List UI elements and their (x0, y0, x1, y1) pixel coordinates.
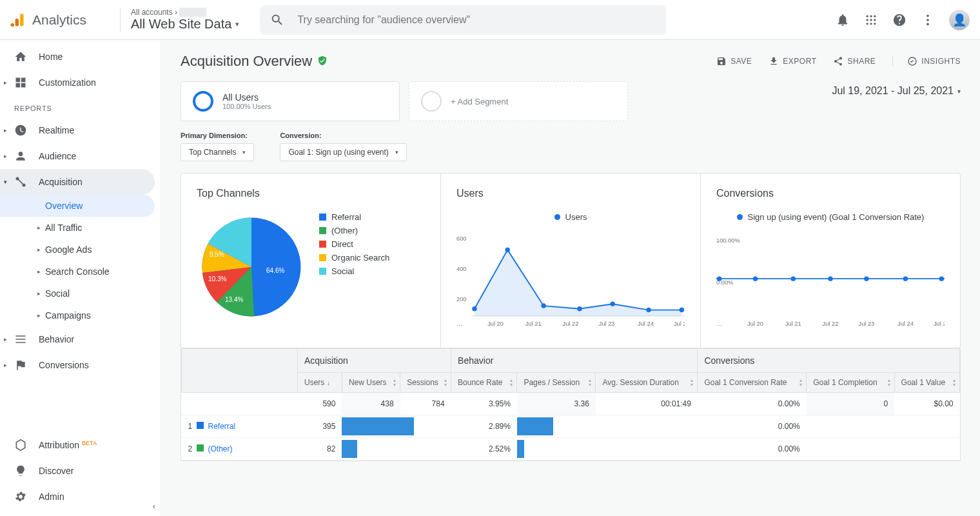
export-button[interactable]: EXPORT (769, 56, 816, 66)
col-bounce[interactable]: Bounce Rate▴▾ (451, 373, 517, 393)
breadcrumb[interactable]: All accounts › x (131, 8, 239, 17)
col-pages[interactable]: Pages / Session▴▾ (517, 373, 596, 393)
search-bar[interactable] (260, 5, 666, 35)
nav-attribution[interactable]: AttributionBETA (0, 432, 161, 458)
primary-dimension-dropdown[interactable]: Top Channels (181, 143, 254, 161)
share-button[interactable]: SHARE (833, 56, 876, 66)
svg-point-29 (680, 308, 684, 312)
view-selector[interactable]: All Web Site Data▾ (131, 17, 239, 32)
chart-top-channels: Top Channels 64.6% 13.4% 10.3% (181, 174, 441, 348)
svg-point-10 (870, 23, 872, 25)
svg-point-9 (867, 23, 868, 25)
svg-text:100.00%: 100.00% (716, 237, 740, 244)
col-dur[interactable]: Avg. Session Duration▴▾ (596, 373, 698, 393)
col-g1v[interactable]: Goal 1 Value▴▾ (894, 373, 959, 393)
svg-point-45 (903, 276, 908, 281)
svg-point-14 (926, 23, 929, 25)
svg-point-40 (717, 276, 721, 281)
conversion-dropdown[interactable]: Goal 1: Sign up (using event) (280, 143, 406, 161)
verified-shield-icon (317, 55, 328, 68)
table-row[interactable]: 1 Referral 395 2.89% 0.00% (182, 415, 960, 438)
svg-point-11 (874, 23, 876, 25)
svg-text:Jul 23: Jul 23 (858, 321, 874, 327)
plus-circle-icon (421, 91, 442, 112)
nav-conversions[interactable]: Conversions (0, 352, 161, 378)
apps-icon[interactable] (864, 13, 878, 27)
svg-text:Jul 22: Jul 22 (823, 321, 839, 327)
svg-point-46 (939, 276, 944, 281)
svg-point-27 (610, 302, 614, 306)
pie-label-other: 13.4% (225, 296, 243, 303)
pie-label-referral: 64.6% (266, 267, 284, 274)
nav-acq-google-ads[interactable]: Google Ads (0, 239, 161, 261)
svg-point-23 (472, 306, 476, 311)
svg-point-4 (870, 15, 872, 17)
search-icon (270, 13, 284, 27)
svg-point-8 (874, 19, 876, 21)
nav-audience[interactable]: Audience (0, 143, 161, 169)
nav-discover[interactable]: Discover (0, 458, 161, 484)
table-totals-row: 590 438 784 3.95% 3.36 00:01:49 0.00% 0 … (182, 393, 960, 415)
nav-customization[interactable]: Customization (0, 70, 161, 95)
svg-point-6 (867, 19, 868, 21)
help-icon[interactable] (892, 13, 906, 27)
nav-acq-overview[interactable]: Overview (0, 195, 155, 217)
pie-label-direct: 10.3% (208, 275, 226, 283)
svg-point-2 (11, 23, 14, 26)
channels-table: Acquisition Behavior Conversions Users↓ … (181, 348, 961, 461)
svg-text:Jul 21: Jul 21 (525, 321, 542, 327)
more-icon[interactable] (921, 13, 935, 27)
insights-button[interactable]: INSIGHTS (892, 56, 961, 66)
svg-text:400: 400 (456, 266, 467, 272)
page-title: Acquisition Overview (181, 53, 312, 70)
svg-point-5 (874, 15, 876, 17)
pie-legend: Referral(Other)DirectOrganic SearchSocia… (319, 212, 389, 280)
search-input[interactable] (297, 14, 656, 26)
svg-point-7 (870, 19, 872, 21)
svg-point-28 (646, 308, 651, 312)
col-g1c[interactable]: Goal 1 Completion▴▾ (807, 373, 894, 393)
nav-acq-social[interactable]: Social (0, 283, 161, 304)
pie-label-organic: 9.5% (210, 251, 224, 258)
notifications-icon[interactable] (836, 13, 850, 27)
svg-point-25 (541, 303, 545, 308)
conversion-label: Conversion: (280, 132, 406, 139)
col-new-users[interactable]: New Users▴▾ (342, 373, 400, 393)
nav-acq-campaigns[interactable]: Campaigns (0, 304, 161, 326)
nav-realtime[interactable]: Realtime (0, 117, 161, 143)
add-segment-button[interactable]: + Add Segment (409, 81, 628, 121)
nav-acq-all-traffic[interactable]: All Traffic (0, 217, 161, 239)
nav-behavior[interactable]: Behavior (0, 326, 161, 352)
svg-rect-1 (15, 18, 19, 26)
svg-point-12 (926, 14, 929, 17)
date-range-picker[interactable]: Jul 19, 2021 - Jul 25, 2021▾ (832, 81, 961, 97)
segment-circle-icon (193, 91, 213, 112)
product-logo: Analytics (10, 12, 113, 28)
table-row[interactable]: 2 (Other) 82 2.52% 0.00% (182, 438, 960, 461)
svg-text:…: … (456, 321, 462, 327)
col-users[interactable]: Users↓ (298, 373, 342, 393)
nav-acq-search-console[interactable]: Search Console (0, 261, 161, 283)
segment-all-users[interactable]: All Users100.00% Users (181, 81, 400, 121)
svg-point-26 (577, 306, 582, 311)
col-sessions[interactable]: Sessions▴▾ (400, 373, 451, 393)
svg-text:Jul 24: Jul 24 (638, 321, 654, 327)
svg-point-42 (791, 276, 796, 281)
col-g1cr[interactable]: Goal 1 Conversion Rate▴▾ (698, 373, 807, 393)
nav-reports-label: REPORTS (0, 95, 161, 117)
svg-text:Jul 22: Jul 22 (563, 321, 579, 327)
svg-text:…: … (716, 321, 722, 327)
chart-conversions: Conversions Sign up (using event) (Goal … (701, 174, 960, 348)
main-content: Acquisition Overview SAVE EXPORT SHARE I… (161, 40, 980, 516)
nav-home[interactable]: Home (0, 44, 161, 70)
svg-point-24 (505, 248, 509, 252)
account-avatar[interactable]: 👤 (949, 10, 970, 30)
nav-admin[interactable]: Admin (0, 484, 161, 510)
svg-text:Jul 25: Jul 25 (674, 321, 685, 327)
nav-acquisition[interactable]: ▾Acquisition (0, 169, 155, 195)
sidebar-collapse-button[interactable]: ‹ (153, 501, 155, 511)
svg-text:200: 200 (456, 296, 467, 303)
save-button[interactable]: SAVE (716, 56, 752, 66)
svg-point-41 (753, 276, 758, 281)
svg-point-13 (926, 19, 929, 21)
